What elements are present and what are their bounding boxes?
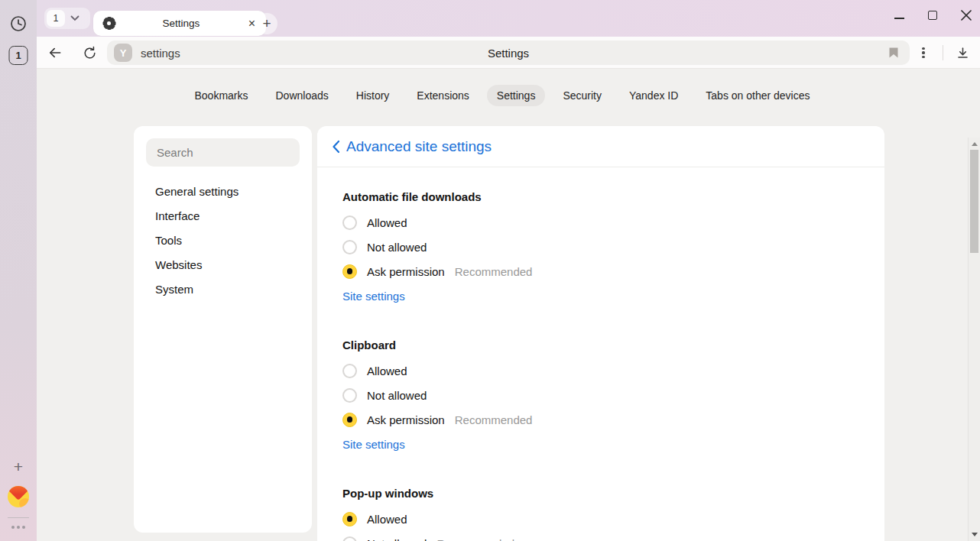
nav-tab-history[interactable]: History — [346, 85, 400, 106]
settings-sidebar-card: Search General settings Interface Tools … — [134, 126, 312, 533]
settings-sections: Automatic file downloads Allowed Not all… — [317, 167, 884, 541]
section-clipboard: Clipboard Allowed Not allowed Ask permis… — [342, 337, 859, 456]
search-input[interactable]: Search — [146, 138, 300, 167]
window-controls — [858, 8, 974, 23]
page-heading: Advanced site settings — [346, 138, 492, 155]
radio-option-ask-permission[interactable]: Ask permission Recommended — [342, 259, 859, 283]
nav-tab-other-devices[interactable]: Tabs on other devices — [696, 85, 819, 106]
sidebar-item-system[interactable]: System — [134, 277, 312, 301]
yandex-browser-logo-icon[interactable] — [8, 486, 29, 507]
settings-page: Bookmarks Downloads History Extensions S… — [37, 69, 980, 541]
radio-label: Not allowed — [367, 537, 427, 541]
radio-label: Not allowed — [367, 241, 427, 254]
nav-tab-security[interactable]: Security — [553, 85, 612, 106]
radio-icon[interactable] — [342, 215, 357, 230]
history-clock-icon[interactable] — [8, 14, 28, 34]
section-title: Clipboard — [342, 337, 859, 354]
radio-icon[interactable] — [342, 536, 357, 541]
scrollbar-thumb[interactable] — [970, 150, 978, 253]
site-settings-link[interactable]: Site settings — [342, 283, 405, 308]
toolbar-separator — [943, 45, 943, 60]
radio-badge: Recommended — [455, 265, 533, 278]
nav-tab-extensions[interactable]: Extensions — [407, 85, 479, 106]
downloads-icon[interactable] — [952, 44, 972, 62]
radio-label: Ask permission — [367, 265, 445, 278]
scroll-down-arrow-icon[interactable] — [972, 533, 978, 536]
section-pop-up-windows: Pop-up windows Allowed Not allowed Recom… — [342, 485, 859, 541]
tab-strip: 1 Settings × + — [37, 0, 980, 37]
radio-label: Allowed — [367, 513, 407, 526]
window-maximize-button[interactable] — [925, 8, 940, 23]
rail-divider — [8, 517, 29, 518]
tab-panel-counter[interactable]: 1 — [9, 46, 28, 65]
radio-icon[interactable] — [342, 364, 357, 378]
window-close-button[interactable] — [959, 8, 974, 23]
radio-option-not-allowed[interactable]: Not allowed — [342, 383, 859, 407]
more-options-icon[interactable] — [916, 44, 931, 62]
site-favicon: Y — [114, 44, 132, 62]
menu-hamburger-icon[interactable] — [858, 8, 873, 23]
radio-option-allowed[interactable]: Allowed — [342, 507, 859, 531]
radio-icon[interactable] — [342, 240, 357, 254]
rail-add-icon[interactable]: + — [8, 457, 28, 477]
site-settings-link[interactable]: Site settings — [342, 432, 405, 456]
tab-title: Settings — [115, 18, 247, 29]
settings-sidebar-menu: General settings Interface Tools Website… — [134, 179, 312, 301]
radio-icon[interactable] — [342, 512, 357, 526]
radio-option-not-allowed[interactable]: Not allowed — [342, 235, 859, 259]
tab-count-badge: 1 — [47, 10, 65, 27]
chevron-down-icon — [70, 15, 80, 21]
section-automatic-file-downloads: Automatic file downloads Allowed Not all… — [342, 189, 859, 308]
radio-option-allowed[interactable]: Allowed — [342, 210, 859, 235]
page-scrollbar[interactable] — [968, 138, 980, 541]
radio-option-allowed[interactable]: Allowed — [342, 358, 859, 383]
tab-close-icon[interactable]: × — [247, 18, 257, 30]
nav-tab-downloads[interactable]: Downloads — [266, 85, 339, 106]
section-title: Pop-up windows — [342, 485, 859, 502]
bookmark-icon[interactable] — [885, 44, 902, 61]
browser-tab-settings[interactable]: Settings × — [93, 11, 266, 36]
radio-label: Allowed — [367, 364, 407, 377]
back-button[interactable] — [46, 44, 64, 62]
scroll-up-arrow-icon[interactable] — [972, 142, 978, 146]
reload-button[interactable] — [80, 44, 99, 62]
browser-side-rail: 1 + — [0, 0, 37, 541]
radio-option-not-allowed[interactable]: Not allowed Recommended — [342, 531, 859, 541]
settings-main-card: Advanced site settings Automatic file do… — [317, 126, 884, 541]
sidebar-item-interface[interactable]: Interface — [134, 203, 312, 228]
advanced-site-settings-back-link[interactable]: Advanced site settings — [317, 126, 884, 167]
sidebar-item-websites[interactable]: Websites — [134, 252, 312, 277]
window-minimize-button[interactable] — [891, 8, 907, 23]
rail-more-icon[interactable] — [8, 523, 28, 532]
chevron-left-icon — [332, 140, 340, 154]
browser-toolbar: Y settings Settings — [37, 37, 980, 69]
address-bar[interactable]: Y settings Settings — [107, 40, 910, 65]
radio-icon[interactable] — [342, 264, 357, 279]
nav-tab-settings[interactable]: Settings — [487, 85, 546, 106]
tab-group-selector[interactable]: 1 — [44, 8, 90, 29]
sidebar-item-tools[interactable]: Tools — [134, 228, 312, 252]
radio-badge: Recommended — [436, 537, 514, 541]
nav-tab-yandex-id[interactable]: Yandex ID — [619, 85, 688, 106]
nav-tab-bookmarks[interactable]: Bookmarks — [184, 85, 258, 106]
sidebar-item-general-settings[interactable]: General settings — [134, 179, 312, 203]
settings-top-nav: Bookmarks Downloads History Extensions S… — [37, 84, 968, 107]
radio-icon[interactable] — [342, 413, 357, 427]
radio-badge: Recommended — [455, 413, 533, 426]
radio-icon[interactable] — [342, 388, 357, 403]
radio-label: Ask permission — [367, 413, 445, 426]
page-title-centered: Settings — [107, 40, 910, 65]
radio-label: Allowed — [367, 216, 407, 229]
radio-label: Not allowed — [367, 389, 427, 402]
radio-option-ask-permission[interactable]: Ask permission Recommended — [342, 407, 859, 432]
gear-icon — [102, 17, 115, 30]
search-placeholder: Search — [157, 146, 193, 159]
url-text[interactable]: settings — [141, 40, 180, 65]
new-tab-button[interactable]: + — [256, 13, 277, 34]
logo-glow-shape — [19, 498, 29, 507]
section-title: Automatic file downloads — [342, 189, 859, 206]
